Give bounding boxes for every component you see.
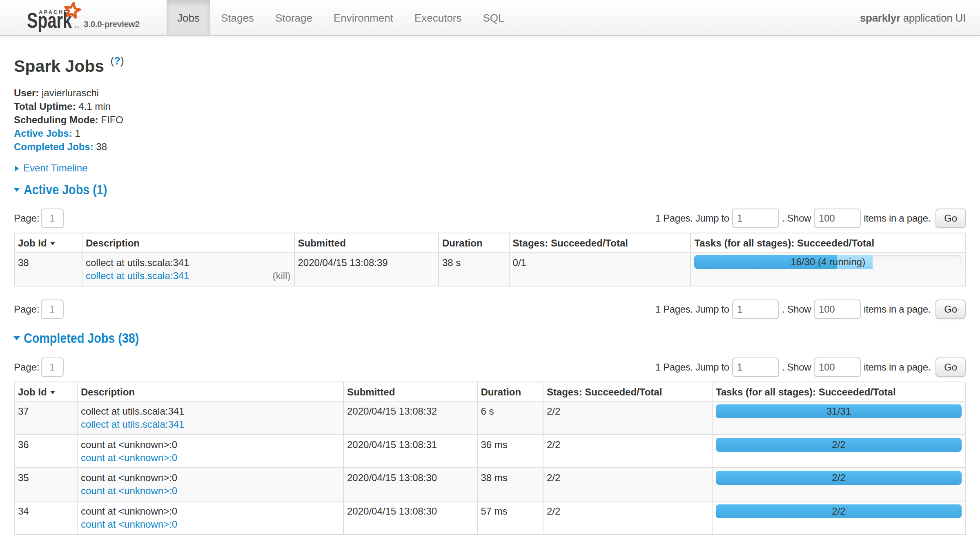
svg-text:TM: TM — [74, 25, 79, 29]
svg-text:Spark: Spark — [27, 8, 72, 32]
